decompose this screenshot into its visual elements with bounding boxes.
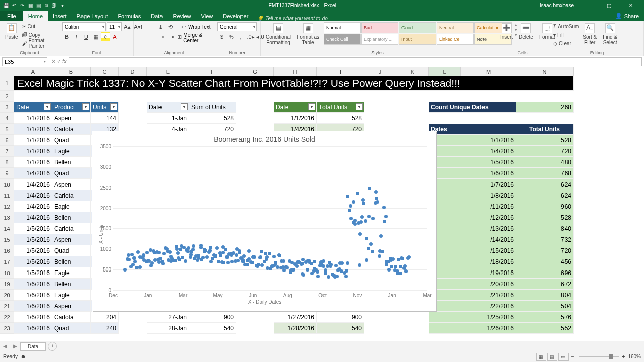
- cell[interactable]: 1/6/2016: [429, 168, 516, 179]
- close-button[interactable]: ✕: [622, 3, 640, 8]
- bold-button[interactable]: B: [62, 32, 71, 41]
- filter-dropdown[interactable]: ▼: [82, 103, 89, 110]
- cell[interactable]: 504: [516, 301, 574, 312]
- cell[interactable]: 1/5/2016: [14, 256, 52, 267]
- row-header[interactable]: 8: [0, 157, 14, 168]
- scatter-chart[interactable]: Boomerang Inc. 2016 Units Sold X - Units…: [93, 132, 437, 312]
- cell[interactable]: Quad: [52, 135, 91, 146]
- cell[interactable]: 960: [516, 201, 574, 212]
- cell[interactable]: 696: [516, 267, 574, 279]
- cell[interactable]: 1/1/2016: [14, 146, 52, 157]
- column-header[interactable]: E: [147, 67, 189, 76]
- minimize-button[interactable]: —: [578, 3, 596, 8]
- table-header[interactable]: Dates: [429, 124, 516, 135]
- row-header[interactable]: 14: [0, 223, 14, 234]
- table-header[interactable]: Product▼: [52, 102, 91, 113]
- cell[interactable]: Aspen: [52, 113, 91, 124]
- row-header[interactable]: 9: [0, 168, 14, 179]
- zoom-level[interactable]: 160%: [628, 354, 641, 359]
- share-button[interactable]: 👤Share: [610, 11, 644, 21]
- sheet-tab-data[interactable]: Data: [20, 342, 46, 351]
- table-header[interactable]: Units▼: [91, 102, 119, 113]
- font-color-button[interactable]: A: [110, 32, 119, 41]
- tab-formulas[interactable]: Formulas: [113, 11, 146, 21]
- zoom-in-button[interactable]: +: [622, 354, 625, 359]
- find-select-button[interactable]: 🔍Find & Select: [601, 22, 619, 46]
- cell[interactable]: Quad: [52, 323, 91, 334]
- filter-dropdown[interactable]: ▼: [181, 103, 188, 110]
- page-break-view-button[interactable]: ▭: [558, 353, 569, 361]
- cell[interactable]: /21/2016: [429, 290, 516, 301]
- cell[interactable]: 540: [317, 323, 364, 334]
- column-header[interactable]: N: [516, 67, 574, 76]
- cell[interactable]: Aspen: [52, 301, 91, 312]
- normal-view-button[interactable]: ▦: [536, 353, 546, 361]
- select-all-button[interactable]: [0, 67, 14, 76]
- percent-button[interactable]: %: [227, 32, 236, 41]
- cell[interactable]: 1/4/2016: [14, 168, 52, 179]
- cell[interactable]: 900: [317, 312, 364, 323]
- cell[interactable]: 900: [189, 312, 236, 323]
- cell[interactable]: 804: [516, 290, 574, 301]
- table-header[interactable]: Date▼: [14, 102, 52, 113]
- column-header[interactable]: B: [52, 67, 91, 76]
- cell[interactable]: 576: [516, 312, 574, 323]
- cell[interactable]: 732: [516, 234, 574, 245]
- row-header[interactable]: 6: [0, 135, 14, 146]
- style-cell[interactable]: Bad: [361, 22, 398, 33]
- save-icon[interactable]: 💾: [3, 2, 9, 8]
- cell[interactable]: 1/6/2016: [14, 290, 52, 301]
- row-header[interactable]: 3: [0, 102, 14, 113]
- orientation-button[interactable]: ⟲: [166, 22, 175, 31]
- style-cell[interactable]: Check Cell: [324, 34, 361, 45]
- cancel-fx-icon[interactable]: ✕: [51, 58, 56, 65]
- cell[interactable]: 1/1/2016: [274, 113, 317, 124]
- cell[interactable]: 1/1/2016: [429, 135, 516, 146]
- cell[interactable]: Bellen: [52, 157, 91, 168]
- table-header[interactable]: Total Units▼: [317, 102, 364, 113]
- column-header[interactable]: I: [317, 67, 364, 76]
- cell[interactable]: 144: [91, 113, 119, 124]
- row-header[interactable]: 10: [0, 179, 14, 190]
- inc-decimal-button[interactable]: .0▸: [246, 32, 255, 41]
- title-banner[interactable]: Excel Magic Trick 1337: No X-Y Scatter C…: [14, 76, 574, 90]
- cell[interactable]: 1/5/2016: [429, 157, 516, 168]
- cell[interactable]: /11/2016: [429, 201, 516, 212]
- cell[interactable]: 480: [516, 157, 574, 168]
- row-header[interactable]: 15: [0, 234, 14, 245]
- formula-input[interactable]: [69, 57, 642, 66]
- column-header[interactable]: D: [119, 67, 147, 76]
- row-header[interactable]: 7: [0, 146, 14, 157]
- align-right-button[interactable]: ≡: [152, 32, 159, 41]
- qat-icon[interactable]: ▦: [27, 2, 33, 8]
- cell[interactable]: Quad: [52, 168, 91, 179]
- row-header[interactable]: 21: [0, 301, 14, 312]
- new-sheet-button[interactable]: +: [48, 342, 57, 351]
- macro-record-icon[interactable]: ⏺: [21, 354, 26, 359]
- cell[interactable]: Carlota: [52, 312, 91, 323]
- delete-cells-button[interactable]: ➖Delete: [517, 22, 535, 41]
- cell[interactable]: /20/2016: [429, 279, 516, 290]
- cell[interactable]: 1/6/2016: [14, 323, 52, 334]
- cell[interactable]: 1/25/2016: [429, 312, 516, 323]
- table-header[interactable]: Date▼: [274, 102, 317, 113]
- column-header[interactable]: H: [274, 67, 317, 76]
- fill-button[interactable]: ▾ Fill: [553, 31, 579, 39]
- row-header[interactable]: 23: [0, 323, 14, 334]
- cell[interactable]: Bellen: [52, 279, 91, 290]
- row-header[interactable]: 5: [0, 124, 14, 135]
- cell[interactable]: /15/2016: [429, 245, 516, 256]
- tab-review[interactable]: Review: [168, 11, 196, 21]
- worksheet[interactable]: ABCDEFGHIJKLMN 1234567891011121314151617…: [0, 67, 644, 341]
- row-header[interactable]: 17: [0, 256, 14, 267]
- wrap-text-button[interactable]: ↩: [179, 22, 188, 31]
- cell[interactable]: 528: [189, 113, 236, 124]
- border-button[interactable]: ▦: [91, 32, 100, 41]
- cell[interactable]: 1/5/2016: [14, 223, 52, 234]
- cell[interactable]: 240: [91, 323, 119, 334]
- cell[interactable]: 1/28/2016: [274, 323, 317, 334]
- conditional-formatting-button[interactable]: ▤Conditional Formatting: [264, 22, 293, 46]
- format-painter-button[interactable]: 🖌 Format Painter: [22, 39, 56, 47]
- cell[interactable]: Bellen: [52, 212, 91, 223]
- row-header[interactable]: 19: [0, 279, 14, 290]
